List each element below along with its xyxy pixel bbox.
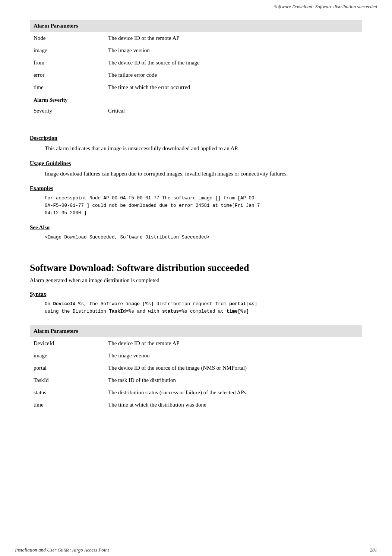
param-error-name: error (30, 69, 104, 81)
param-node-name: Node (30, 32, 104, 44)
syntax-line1-pre: On (45, 301, 53, 307)
param-status-desc: The distribution status (success or fail… (104, 386, 362, 399)
first-alarm-params-table: Alarm Parameters Node The device ID of t… (30, 20, 362, 117)
syntax-line1-bold2: image (126, 301, 140, 307)
page-header: Software Download: Software distribution… (0, 0, 392, 12)
table-row: time The time at which the error occurre… (30, 81, 362, 94)
param-portal-name: portal (30, 362, 104, 374)
alarm-severity-header-row: Alarm Severity (30, 94, 362, 105)
severity-name: Severity (30, 105, 104, 117)
page-footer: Installation and User Guide: Airgo Acces… (0, 544, 392, 556)
severity-desc: Critical (104, 105, 362, 117)
param-time2-name: time (30, 399, 104, 411)
param-taskid-desc: The task ID of the distribution (104, 374, 362, 386)
footer-right: 281 (370, 547, 377, 553)
param-node-desc: The device ID of the remote AP (104, 32, 362, 44)
syntax-line2-bold2: status (162, 309, 179, 314)
page-content: Alarm Parameters Node The device ID of t… (0, 12, 392, 439)
second-alarm-params-table: Alarm Parameters DeviceId The device ID … (30, 325, 362, 411)
first-alarm-params-header: Alarm Parameters (30, 20, 362, 32)
syntax-line2-pre: using the Distribution (45, 309, 109, 314)
alarm-severity-label: Alarm Severity (30, 94, 362, 105)
param-status-name: status (30, 386, 104, 399)
table-row: status The distribution status (success … (30, 386, 362, 399)
table-row: portal The device ID of the source of th… (30, 362, 362, 374)
table-row: TaskId The task ID of the distribution (30, 374, 362, 386)
header-title: Software Download: Software distribution… (274, 4, 377, 9)
main-section-subtitle: Alarm generated when an image distributi… (30, 277, 362, 284)
footer-left: Installation and User Guide: Airgo Acces… (15, 547, 109, 553)
see-also-code: <Image Download Succeeded, Software Dist… (45, 234, 362, 241)
syntax-line2-bold1: TaskId (109, 309, 126, 314)
usage-guidelines-body: Image download failures can happen due t… (45, 170, 362, 178)
param-error-desc: The failure error code (104, 69, 362, 81)
table-row: image The image version (30, 350, 362, 362)
syntax-line1-mid: %s, the Software (76, 301, 126, 307)
description-body: This alarm indicates that an image is un… (45, 144, 362, 153)
main-section-title: Software Download: Software distribution… (30, 262, 362, 274)
syntax-line1-bold1: DeviceId (53, 301, 76, 307)
param-image2-desc: The image version (104, 350, 362, 362)
syntax-block: On DeviceId %s, the Software image [%s] … (45, 300, 362, 315)
syntax-line2-mid2: =%s completed at (179, 309, 227, 314)
table-row: Node The device ID of the remote AP (30, 32, 362, 44)
param-image-desc: The image version (104, 44, 362, 57)
param-deviceid-desc: The device ID of the remote AP (104, 337, 362, 350)
param-portal-desc: The device ID of the source of the image… (104, 362, 362, 374)
syntax-line1-mid2: [%s] distribution request from (140, 301, 229, 307)
param-time-name: time (30, 81, 104, 94)
syntax-heading: Syntax (30, 291, 362, 297)
param-image-name: image (30, 44, 104, 57)
table-row: time The time at which the distribution … (30, 399, 362, 411)
syntax-line2-mid: =%s and with (126, 309, 162, 314)
see-also-heading: See Also (30, 224, 362, 231)
syntax-line1-end: [%s] (246, 301, 257, 307)
examples-heading: Examples (30, 185, 362, 192)
usage-guidelines-heading: Usage Guidelines (30, 160, 362, 167)
syntax-line2-end: [%s] (238, 309, 249, 314)
examples-code: For accesspoint Node AP_00-0A-F5-00-01-7… (45, 195, 362, 217)
table-row: DeviceId The device ID of the remote AP (30, 337, 362, 350)
syntax-line2-bold3: time (227, 309, 238, 314)
second-alarm-params-header: Alarm Parameters (30, 325, 362, 337)
param-time2-desc: The time at which the distribution was d… (104, 399, 362, 411)
description-heading: Description (30, 135, 362, 141)
table-row: image The image version (30, 44, 362, 57)
param-image2-name: image (30, 350, 104, 362)
param-deviceid-name: DeviceId (30, 337, 104, 350)
param-from-desc: The device ID of the source of the image (104, 57, 362, 69)
table-row: Severity Critical (30, 105, 362, 117)
syntax-line1-bold3: portal (229, 301, 246, 307)
table-row: error The failure error code (30, 69, 362, 81)
table-row: from The device ID of the source of the … (30, 57, 362, 69)
param-from-name: from (30, 57, 104, 69)
param-time-desc: The time at which the error occurred (104, 81, 362, 94)
param-taskid-name: TaskId (30, 374, 104, 386)
